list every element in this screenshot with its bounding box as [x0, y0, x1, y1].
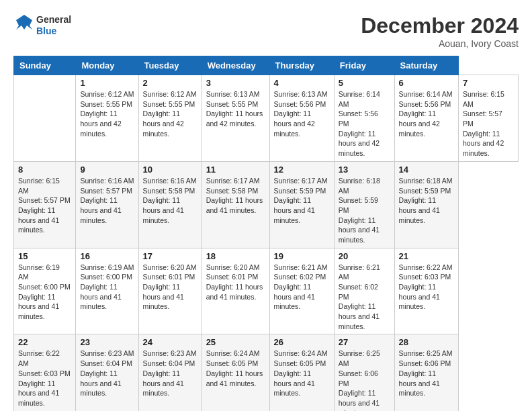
day-number: 22	[18, 337, 71, 347]
day-info: Sunrise: 6:13 AMSunset: 5:55 PMDaylight:…	[206, 89, 265, 129]
calendar-cell: 6 Sunrise: 6:14 AMSunset: 5:56 PMDayligh…	[394, 75, 458, 162]
page-header: General Blue December 2024 Aouan, Ivory …	[13, 13, 519, 49]
calendar-cell: 1 Sunrise: 6:12 AMSunset: 5:55 PMDayligh…	[76, 75, 138, 162]
day-number: 20	[339, 251, 390, 261]
calendar-cell: 15 Sunrise: 6:19 AMSunset: 6:00 PMDaylig…	[14, 248, 76, 334]
day-number: 12	[274, 165, 330, 175]
calendar-cell: 28 Sunrise: 6:25 AMSunset: 6:06 PMDaylig…	[394, 334, 458, 411]
title-block: December 2024 Aouan, Ivory Coast	[361, 13, 519, 49]
day-number: 14	[399, 165, 454, 175]
calendar-cell: 9 Sunrise: 6:16 AMSunset: 5:57 PMDayligh…	[76, 161, 138, 248]
calendar-cell: 14 Sunrise: 6:18 AMSunset: 5:59 PMDaylig…	[394, 161, 458, 248]
day-info: Sunrise: 6:12 AMSunset: 5:55 PMDaylight:…	[80, 89, 134, 138]
day-number: 6	[399, 78, 454, 88]
calendar-cell: 5 Sunrise: 6:14 AMSunset: 5:56 PMDayligh…	[334, 75, 394, 162]
day-info: Sunrise: 6:22 AMSunset: 6:03 PMDaylight:…	[399, 263, 454, 312]
day-number: 26	[274, 337, 330, 347]
header-sunday: Sunday	[14, 56, 76, 75]
day-info: Sunrise: 6:17 AMSunset: 5:59 PMDaylight:…	[274, 176, 330, 225]
calendar-cell: 22 Sunrise: 6:22 AMSunset: 6:03 PMDaylig…	[14, 334, 76, 411]
day-info: Sunrise: 6:20 AMSunset: 6:01 PMDaylight:…	[143, 263, 197, 312]
calendar-cell: 21 Sunrise: 6:22 AMSunset: 6:03 PMDaylig…	[394, 248, 458, 334]
calendar-week-4: 22 Sunrise: 6:22 AMSunset: 6:03 PMDaylig…	[14, 334, 519, 411]
day-number: 11	[206, 165, 265, 175]
day-info: Sunrise: 6:25 AMSunset: 6:06 PMDaylight:…	[339, 349, 390, 411]
calendar-cell: 18 Sunrise: 6:20 AMSunset: 6:01 PMDaylig…	[202, 248, 269, 334]
day-info: Sunrise: 6:25 AMSunset: 6:06 PMDaylight:…	[399, 349, 454, 398]
logo: General Blue	[13, 13, 71, 38]
day-number: 10	[143, 165, 197, 175]
calendar-cell: 16 Sunrise: 6:19 AMSunset: 6:00 PMDaylig…	[76, 248, 138, 334]
logo-text: General Blue	[36, 14, 71, 37]
day-number: 21	[399, 251, 454, 261]
calendar-subtitle: Aouan, Ivory Coast	[361, 38, 519, 49]
calendar-week-2: 8 Sunrise: 6:15 AMSunset: 5:57 PMDayligh…	[14, 161, 519, 248]
day-info: Sunrise: 6:17 AMSunset: 5:58 PMDaylight:…	[206, 176, 265, 216]
day-number: 1	[80, 78, 134, 88]
header-thursday: Thursday	[269, 56, 334, 75]
day-number: 4	[274, 78, 330, 88]
calendar-cell: 12 Sunrise: 6:17 AMSunset: 5:59 PMDaylig…	[269, 161, 334, 248]
day-info: Sunrise: 6:13 AMSunset: 5:56 PMDaylight:…	[274, 89, 330, 138]
day-info: Sunrise: 6:16 AMSunset: 5:58 PMDaylight:…	[143, 176, 197, 225]
calendar-cell: 24 Sunrise: 6:23 AMSunset: 6:04 PMDaylig…	[138, 334, 202, 411]
day-info: Sunrise: 6:14 AMSunset: 5:56 PMDaylight:…	[339, 89, 390, 158]
calendar-cell: 3 Sunrise: 6:13 AMSunset: 5:55 PMDayligh…	[202, 75, 269, 162]
day-info: Sunrise: 6:19 AMSunset: 6:00 PMDaylight:…	[18, 263, 71, 322]
day-number: 9	[80, 165, 134, 175]
day-number: 8	[18, 165, 71, 175]
calendar-cell: 17 Sunrise: 6:20 AMSunset: 6:01 PMDaylig…	[138, 248, 202, 334]
calendar-table: Sunday Monday Tuesday Wednesday Thursday…	[13, 56, 519, 411]
calendar-cell	[14, 75, 76, 162]
calendar-week-1: 1 Sunrise: 6:12 AMSunset: 5:55 PMDayligh…	[14, 75, 519, 162]
day-info: Sunrise: 6:18 AMSunset: 5:59 PMDaylight:…	[399, 176, 454, 225]
calendar-cell: 2 Sunrise: 6:12 AMSunset: 5:55 PMDayligh…	[138, 75, 202, 162]
day-number: 25	[206, 337, 265, 347]
day-number: 7	[463, 78, 514, 88]
day-info: Sunrise: 6:22 AMSunset: 6:03 PMDaylight:…	[18, 349, 71, 408]
day-number: 18	[206, 251, 265, 261]
calendar-body: 1 Sunrise: 6:12 AMSunset: 5:55 PMDayligh…	[14, 75, 519, 412]
day-number: 3	[206, 78, 265, 88]
calendar-cell: 11 Sunrise: 6:17 AMSunset: 5:58 PMDaylig…	[202, 161, 269, 248]
calendar-cell: 26 Sunrise: 6:24 AMSunset: 6:05 PMDaylig…	[269, 334, 334, 411]
calendar-cell: 7 Sunrise: 6:15 AMSunset: 5:57 PMDayligh…	[458, 75, 518, 162]
svg-marker-0	[16, 15, 32, 30]
day-info: Sunrise: 6:24 AMSunset: 6:05 PMDaylight:…	[206, 349, 265, 388]
logo-bird-icon	[13, 13, 35, 38]
logo-container: General Blue	[13, 13, 71, 38]
header-saturday: Saturday	[394, 56, 458, 75]
day-number: 15	[18, 251, 71, 261]
header-monday: Monday	[76, 56, 138, 75]
day-info: Sunrise: 6:18 AMSunset: 5:59 PMDaylight:…	[339, 176, 390, 245]
day-info: Sunrise: 6:24 AMSunset: 6:05 PMDaylight:…	[274, 349, 330, 398]
calendar-header: Sunday Monday Tuesday Wednesday Thursday…	[14, 56, 519, 75]
calendar-cell: 27 Sunrise: 6:25 AMSunset: 6:06 PMDaylig…	[334, 334, 394, 411]
calendar-cell: 4 Sunrise: 6:13 AMSunset: 5:56 PMDayligh…	[269, 75, 334, 162]
day-info: Sunrise: 6:15 AMSunset: 5:57 PMDaylight:…	[463, 89, 514, 158]
calendar-week-3: 15 Sunrise: 6:19 AMSunset: 6:00 PMDaylig…	[14, 248, 519, 334]
day-number: 19	[274, 251, 330, 261]
day-number: 24	[143, 337, 197, 347]
day-number: 5	[339, 78, 390, 88]
calendar-cell: 19 Sunrise: 6:21 AMSunset: 6:02 PMDaylig…	[269, 248, 334, 334]
day-number: 27	[339, 337, 390, 347]
calendar-cell: 13 Sunrise: 6:18 AMSunset: 5:59 PMDaylig…	[334, 161, 394, 248]
header-friday: Friday	[334, 56, 394, 75]
calendar-cell: 20 Sunrise: 6:21 AMSunset: 6:02 PMDaylig…	[334, 248, 394, 334]
header-tuesday: Tuesday	[138, 56, 202, 75]
day-info: Sunrise: 6:21 AMSunset: 6:02 PMDaylight:…	[339, 263, 390, 332]
calendar-cell: 25 Sunrise: 6:24 AMSunset: 6:05 PMDaylig…	[202, 334, 269, 411]
day-info: Sunrise: 6:14 AMSunset: 5:56 PMDaylight:…	[399, 89, 454, 138]
day-info: Sunrise: 6:23 AMSunset: 6:04 PMDaylight:…	[143, 349, 197, 398]
day-info: Sunrise: 6:21 AMSunset: 6:02 PMDaylight:…	[274, 263, 330, 312]
calendar-cell: 8 Sunrise: 6:15 AMSunset: 5:57 PMDayligh…	[14, 161, 76, 248]
day-number: 28	[399, 337, 454, 347]
day-info: Sunrise: 6:12 AMSunset: 5:55 PMDaylight:…	[143, 89, 197, 138]
calendar-cell: 10 Sunrise: 6:16 AMSunset: 5:58 PMDaylig…	[138, 161, 202, 248]
day-number: 23	[80, 337, 134, 347]
calendar-cell: 23 Sunrise: 6:23 AMSunset: 6:04 PMDaylig…	[76, 334, 138, 411]
header-row: Sunday Monday Tuesday Wednesday Thursday…	[14, 56, 519, 75]
day-number: 16	[80, 251, 134, 261]
day-number: 13	[339, 165, 390, 175]
